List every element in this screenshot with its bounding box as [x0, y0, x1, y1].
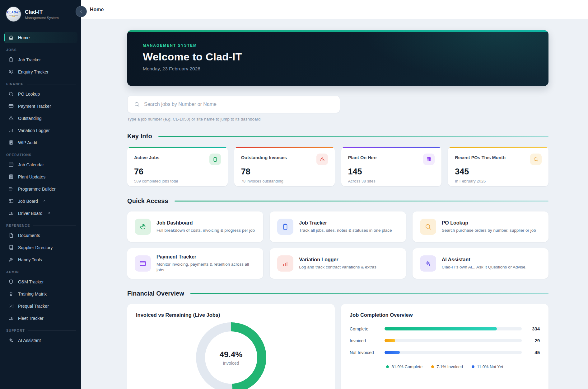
sidebar-item-job-tracker[interactable]: Job Tracker — [4, 54, 77, 65]
completion-row-value: 29 — [522, 338, 540, 343]
sidebar-item-ai-assistant[interactable]: AI Assistant — [4, 334, 77, 346]
completion-row-complete: Complete334 — [350, 326, 540, 331]
sidebar-item-payment-tracker[interactable]: Payment Tracker — [4, 100, 77, 112]
quick-access-card-ai-assistant[interactable]: AI AssistantClad-IT's own Ai... Ask It Q… — [413, 248, 548, 279]
shield-icon — [8, 279, 14, 285]
sidebar-header: CLAD-iT Roofing Cladding Solar Clad-IT M… — [0, 0, 81, 28]
sidebar-item-job-calendar[interactable]: Job Calendar — [4, 159, 77, 170]
sidebar-item-label: Outstanding — [18, 116, 42, 121]
company-logo: CLAD-iT Roofing Cladding Solar — [6, 7, 21, 21]
legend-label: 81.9% Complete — [391, 364, 422, 369]
check-square-icon — [8, 303, 14, 309]
external-link-icon — [43, 199, 46, 203]
key-info-heading: Key Info — [127, 133, 548, 140]
sidebar-section-operations: OPERATIONS — [6, 153, 76, 157]
quick-access-card-job-tracker[interactable]: Job TrackerTrack all jobs, sites, notes … — [270, 211, 406, 242]
sidebar-item-documents[interactable]: Documents — [4, 230, 77, 241]
sidebar-item-label: Payment Tracker — [18, 104, 51, 109]
key-info-card-value: 345 — [455, 167, 542, 177]
logo-tag: Solar — [12, 16, 15, 18]
quick-access-card-desc: Clad-IT's own Ai... Ask It Questions or … — [442, 264, 527, 270]
legend-item-81-9-complete: 81.9% Complete — [386, 364, 422, 369]
sidebar-item-job-board[interactable]: Job Board — [4, 195, 77, 207]
sidebar-item-handy-tools[interactable]: Handy Tools — [4, 254, 77, 265]
app-title: Clad-IT — [25, 9, 59, 15]
donut-chart-title: Invoiced vs Remaining (Live Jobs) — [136, 312, 326, 318]
search-helper-text: Type a job number (e.g. CL-1050) or site… — [127, 117, 548, 121]
sidebar-item-po-lookup[interactable]: PO Lookup — [4, 88, 77, 100]
key-info-card-plant-on-hire: Plant On Hire145Across 38 sites — [341, 147, 442, 186]
quick-access-card-po-lookup[interactable]: PO LookupSearch purchase orders by numbe… — [413, 211, 548, 242]
sidebar-section-divider — [33, 225, 76, 226]
sidebar-item-outstanding[interactable]: Outstanding — [4, 112, 77, 124]
sidebar-section-divider — [20, 50, 76, 50]
layout-icon — [8, 198, 14, 204]
award-icon — [8, 291, 14, 297]
quick-access-card-desc: Search purchase orders by number, suppli… — [442, 228, 536, 233]
sidebar-item-training-matrix[interactable]: Training Matrix — [4, 288, 77, 300]
sidebar-section-label: REFERENCE — [6, 224, 30, 227]
quick-access-card-title: AI Assistant — [442, 257, 527, 263]
quick-access-title: Quick Access — [127, 197, 168, 205]
quick-access-card-job-dashboard[interactable]: Job DashboardFull breakdown of costs, in… — [127, 211, 263, 242]
donut-center: 49.4% Invoiced — [205, 331, 257, 384]
sidebar-section-divider — [35, 155, 76, 155]
sidebar-item-supplier-directory[interactable]: Supplier Directory — [4, 242, 77, 253]
sidebar-item-variation-logger[interactable]: Variation Logger — [4, 125, 77, 136]
quick-access-card-title: Job Tracker — [299, 220, 392, 226]
financial-overview-heading: Financial Overview — [127, 290, 548, 297]
sidebar-item-label: Training Matrix — [18, 292, 47, 296]
sidebar-section-divider — [27, 84, 76, 84]
quick-access-card-payment-tracker[interactable]: Payment TrackerMonitor invoicing, paymen… — [127, 248, 263, 279]
sidebar-section-divider — [28, 330, 76, 331]
sidebar-item-plant-updates[interactable]: Plant Updates — [4, 171, 77, 183]
sidebar-item-prequal-tracker[interactable]: Prequal Tracker — [4, 300, 77, 312]
sidebar-item-programme-builder[interactable]: Programme Builder — [4, 183, 77, 195]
financial-overview-title: Financial Overview — [127, 290, 184, 297]
sidebar-collapse-button[interactable] — [76, 6, 87, 17]
sidebar-item-label: Programme Builder — [18, 187, 56, 192]
sidebar-section-support: SUPPORT — [6, 329, 76, 332]
key-info-card-recent-pos-this-month: Recent POs This Month345In February 2026 — [448, 147, 548, 186]
sidebar: CLAD-iT Roofing Cladding Solar Clad-IT M… — [0, 0, 81, 389]
legend-dot — [386, 365, 389, 368]
completion-row-label: Not Invoiced — [350, 350, 385, 355]
key-info-cards: Active Jobs76589 completed jobs totalOut… — [127, 147, 548, 186]
key-info-card-subtext: Across 38 sites — [348, 179, 435, 183]
sidebar-item-wip-audit[interactable]: WIP Audit — [4, 137, 77, 148]
chevron-left-icon — [79, 9, 84, 14]
sidebar-item-fleet-tracker[interactable]: Fleet Tracker — [4, 312, 77, 324]
sidebar-item-enquiry-tracker[interactable]: Enquiry Tracker — [4, 66, 77, 78]
job-search-input[interactable] — [144, 102, 334, 107]
quick-access-card-text: Payment TrackerMonitor invoicing, paymen… — [156, 254, 256, 273]
sidebar-item-o-m-tracker[interactable]: O&M Tracker — [4, 276, 77, 287]
sidebar-item-label: Supplier Directory — [18, 245, 53, 250]
sidebar-item-label: Variation Logger — [18, 128, 50, 133]
sidebar-item-label: Documents — [18, 233, 40, 238]
plant-grid-icon — [423, 154, 435, 165]
financial-panels: Invoiced vs Remaining (Live Jobs) 49.4% … — [127, 304, 548, 389]
quick-access-card-title: Variation Logger — [299, 257, 376, 263]
completion-bar-track — [385, 327, 522, 330]
completion-bar-fill — [385, 339, 395, 342]
content-scroll-area[interactable]: MANAGEMENT SYSTEM Welcome to Clad-IT Mon… — [81, 19, 588, 389]
sidebar-item-label: Enquiry Tracker — [18, 69, 49, 74]
sidebar-item-home[interactable]: Home — [4, 32, 77, 43]
sidebar-item-label: Driver Board — [18, 211, 43, 216]
quick-access-card-text: Variation LoggerLog and track contract v… — [299, 257, 376, 270]
sidebar-item-label: Job Calendar — [18, 162, 44, 167]
clipboard-icon — [277, 219, 293, 235]
list-icon — [8, 186, 14, 192]
card-accent-strip — [234, 147, 335, 148]
quick-access-card-variation-logger[interactable]: Variation LoggerLog and track contract v… — [270, 248, 406, 279]
sidebar-item-label: Handy Tools — [18, 257, 42, 262]
sidebar-item-driver-board[interactable]: Driver Board — [4, 207, 77, 219]
sidebar-section-label: OPERATIONS — [6, 153, 32, 157]
quick-access-cards: Job DashboardFull breakdown of costs, in… — [127, 211, 548, 279]
sidebar-section-jobs: JOBS — [6, 48, 76, 52]
quick-access-card-text: PO LookupSearch purchase orders by numbe… — [442, 220, 536, 233]
card-accent-strip — [448, 147, 548, 148]
legend-item-11-0-not-yet: 11.0% Not Yet — [472, 364, 503, 369]
key-info-card-value: 78 — [241, 167, 328, 177]
sidebar-section-label: ADMIN — [6, 270, 19, 274]
